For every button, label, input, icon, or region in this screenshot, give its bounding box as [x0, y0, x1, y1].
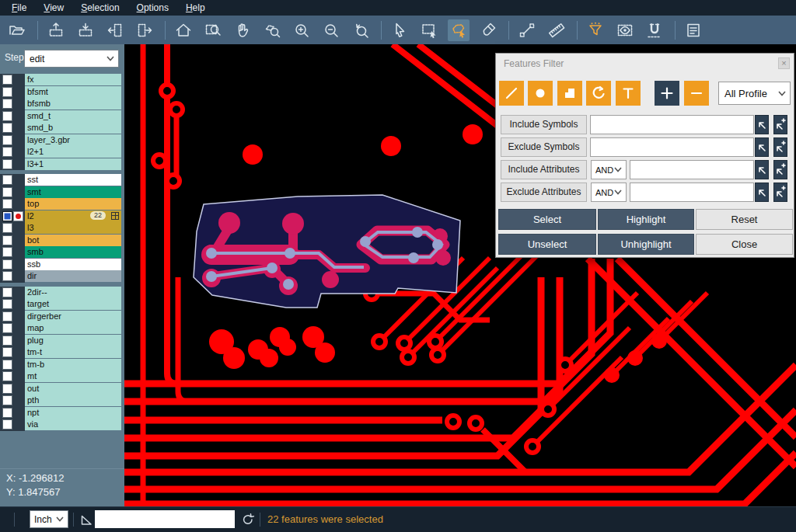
exclude-symbols-pick-button[interactable]: [755, 137, 769, 157]
layer-name-cell[interactable]: l2+1: [25, 146, 121, 158]
layer-visibility-checkbox[interactable]: [2, 159, 12, 169]
layer-visibility-checkbox[interactable]: [2, 408, 12, 418]
dialog-close-icon[interactable]: ×: [778, 57, 790, 69]
layer-row-map[interactable]: map: [0, 322, 124, 335]
layer-visibility-checkbox[interactable]: [2, 99, 12, 109]
layer-row-via[interactable]: via: [0, 419, 124, 431]
open-file-icon[interactable]: [6, 19, 28, 41]
menu-selection[interactable]: Selection: [72, 0, 127, 16]
layer-visibility-checkbox[interactable]: [2, 199, 12, 209]
refresh-icon[interactable]: [241, 513, 255, 527]
layer-row-2dir--[interactable]: 2dir--: [0, 287, 124, 299]
layer-row-out[interactable]: out: [0, 383, 124, 395]
layer-name-cell[interactable]: bot: [25, 235, 121, 246]
measure-distance-icon[interactable]: [516, 19, 538, 41]
include-symbols-pick-button[interactable]: [755, 115, 769, 134]
include-symbols-button[interactable]: Include Symbols: [501, 115, 587, 134]
layer-name-cell[interactable]: layer_3.gbr: [25, 134, 121, 146]
layer-name-cell[interactable]: top: [25, 198, 121, 210]
unit-combo[interactable]: Inch: [30, 510, 68, 528]
layer-visibility-checkbox[interactable]: [2, 311, 12, 322]
zoom-in-icon[interactable]: [291, 19, 312, 41]
include-attributes-pick-add-button[interactable]: [773, 160, 787, 179]
exclude-symbols-input[interactable]: [590, 137, 754, 157]
layer-name-cell[interactable]: tm-t: [25, 346, 121, 358]
layer-row-tm-t[interactable]: tm-t: [0, 346, 124, 359]
ruler-icon[interactable]: [546, 19, 567, 41]
layer-name-cell[interactable]: smt: [25, 186, 121, 198]
layer-name-cell[interactable]: fx: [25, 74, 121, 85]
snap-magnet-icon[interactable]: [644, 19, 665, 41]
include-attributes-input[interactable]: [630, 160, 754, 179]
layer-visibility-checkbox[interactable]: [2, 336, 12, 346]
layer-row-l2+1[interactable]: l2+1: [0, 146, 124, 158]
home-view-icon[interactable]: [173, 19, 194, 41]
layer-name-cell[interactable]: npt: [25, 407, 121, 419]
exclude-attributes-input[interactable]: [630, 183, 754, 202]
layer-name-cell[interactable]: sst: [25, 174, 121, 186]
layer-left-icon[interactable]: [104, 19, 126, 41]
layer-visibility-checkbox[interactable]: [2, 419, 12, 429]
filter-line-button[interactable]: [499, 81, 524, 106]
filter-arc-button[interactable]: [586, 81, 611, 106]
layer-row-dirgerber[interactable]: dirgerber: [0, 311, 124, 323]
layer-name-cell[interactable]: smb: [25, 246, 121, 258]
view-options-icon[interactable]: [614, 19, 636, 41]
include-symbols-pick-add-button[interactable]: [773, 115, 787, 134]
layer-name-cell[interactable]: via: [25, 419, 121, 430]
layer-visibility-checkbox[interactable]: [2, 187, 12, 197]
layer-name-cell[interactable]: 2dir--: [25, 287, 121, 298]
layer-right-icon[interactable]: [134, 19, 155, 41]
zoom-window-icon[interactable]: [202, 19, 224, 41]
layer-visibility-checkbox[interactable]: [2, 235, 12, 245]
angle-measure-icon[interactable]: [79, 513, 93, 527]
layer-name-cell[interactable]: plug: [25, 335, 121, 346]
layer-name-cell[interactable]: out: [25, 383, 121, 395]
include-attributes-button[interactable]: Include Attributes: [501, 160, 587, 179]
layer-row-l3+1[interactable]: l3+1: [0, 158, 124, 171]
brush-select-icon[interactable]: [477, 19, 499, 41]
layer-name-cell[interactable]: l3: [25, 222, 121, 234]
zoom-object-icon[interactable]: [261, 19, 283, 41]
layer-visibility-checkbox[interactable]: [2, 259, 12, 269]
reset-button[interactable]: Reset: [696, 209, 793, 230]
layer-row-npt[interactable]: npt: [0, 407, 124, 419]
layer-row-bot[interactable]: bot: [0, 235, 124, 247]
layer-row-smd_b[interactable]: smd_b: [0, 122, 124, 134]
layer-row-smd_t[interactable]: smd_t: [0, 110, 124, 123]
layer-name-cell[interactable]: smd_t: [25, 110, 121, 122]
highlight-button[interactable]: Highlight: [598, 209, 694, 230]
layer-visibility-checkbox[interactable]: [2, 395, 12, 405]
layer-row-smb[interactable]: smb: [0, 246, 124, 259]
layer-row-ssb[interactable]: ssb: [0, 259, 124, 271]
profile-combo[interactable]: All Profile: [718, 82, 791, 105]
layer-visibility-checkbox[interactable]: [2, 299, 12, 309]
zoom-out-icon[interactable]: [320, 19, 342, 41]
layer-visibility-checkbox[interactable]: [2, 87, 12, 97]
layer-row-dir[interactable]: dir: [0, 270, 124, 283]
layer-name-cell[interactable]: mt: [25, 370, 121, 382]
layer-name-cell[interactable]: bfsmt: [25, 86, 121, 98]
pan-hand-icon[interactable]: [232, 19, 253, 41]
step-combo[interactable]: edit: [24, 50, 119, 68]
layer-visibility-checkbox[interactable]: [2, 347, 12, 357]
layer-visibility-checkbox[interactable]: [2, 111, 12, 121]
close-button[interactable]: Close: [696, 234, 793, 255]
exclude-symbols-pick-add-button[interactable]: [773, 137, 787, 157]
layer-row-top[interactable]: top: [0, 198, 124, 210]
include-attributes-pick-button[interactable]: [755, 160, 769, 179]
layer-row-pth[interactable]: pth: [0, 395, 124, 407]
select-button[interactable]: Select: [498, 209, 596, 230]
layer-visibility-checkbox[interactable]: [2, 360, 12, 370]
layer-row-layer_3.gbr[interactable]: layer_3.gbr: [0, 134, 124, 147]
exclude-attributes-pick-add-button[interactable]: [773, 183, 787, 202]
layer-visibility-checkbox[interactable]: [2, 147, 12, 157]
exclude-symbols-button[interactable]: Exclude Symbols: [501, 137, 587, 157]
pointer-select-icon[interactable]: [389, 19, 410, 41]
unhighlight-button[interactable]: Unhighlight: [598, 234, 694, 255]
grid-icon[interactable]: [111, 212, 119, 220]
include-attributes-and-combo[interactable]: AND: [591, 160, 627, 179]
exclude-attributes-button[interactable]: Exclude Attributes: [501, 183, 587, 202]
filter-remove-button[interactable]: [684, 81, 709, 106]
filter-text-button[interactable]: [616, 81, 641, 106]
